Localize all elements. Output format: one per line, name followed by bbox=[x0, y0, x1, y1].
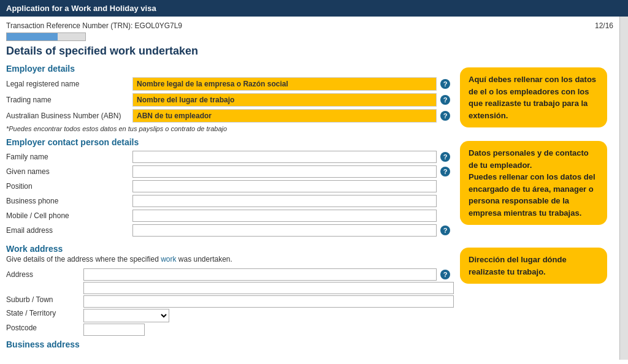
legal-name-label: Legal registered name bbox=[6, 80, 129, 88]
address-row: Address ? bbox=[6, 268, 454, 281]
email-input[interactable] bbox=[132, 224, 437, 237]
mobile-phone-input[interactable] bbox=[132, 210, 437, 222]
work-address-section: Work address Give details of the address… bbox=[6, 244, 613, 349]
trading-name-label: Trading name bbox=[6, 96, 129, 104]
trn-label: Transaction Reference Number (TRN): EGOL… bbox=[6, 21, 182, 30]
state-row: State / Territory ACT NSW NT QLD SA TAS … bbox=[6, 309, 454, 322]
employer-left: Employer details Legal registered name N… bbox=[6, 64, 454, 137]
state-select[interactable]: ACT NSW NT QLD SA TAS VIC WA bbox=[83, 309, 169, 322]
given-names-row: Given names ? bbox=[6, 165, 454, 178]
suburb-row: Suburb / Town bbox=[6, 295, 454, 308]
trn-row: Transaction Reference Number (TRN): EGOL… bbox=[6, 21, 613, 30]
business-phone-input[interactable] bbox=[132, 195, 437, 207]
work-address-title: Work address bbox=[6, 244, 454, 254]
tooltip3-container: Dirección del lugar dónde realizaste tu … bbox=[460, 244, 613, 349]
suburb-label: Suburb / Town bbox=[6, 295, 80, 308]
abn-help-icon[interactable]: ? bbox=[440, 111, 450, 121]
address-label: Address bbox=[6, 270, 80, 279]
state-label: State / Territory bbox=[6, 309, 80, 322]
position-label: Position bbox=[6, 182, 129, 191]
trading-name-help-icon[interactable]: ? bbox=[440, 95, 450, 105]
email-label: Email address bbox=[6, 226, 129, 235]
address-help-icon[interactable]: ? bbox=[440, 270, 450, 279]
tooltip3: Dirección del lugar dónde realizaste tu … bbox=[460, 248, 607, 284]
mobile-phone-label: Mobile / Cell phone bbox=[6, 211, 129, 220]
given-names-label: Given names bbox=[6, 167, 129, 176]
postcode-row: Postcode bbox=[6, 324, 454, 336]
progress-bar bbox=[6, 32, 86, 41]
scrollbar[interactable] bbox=[619, 17, 628, 360]
suburb-input[interactable] bbox=[83, 295, 454, 308]
family-name-label: Family name bbox=[6, 153, 129, 161]
title-bar: Application for a Work and Holiday visa bbox=[0, 0, 628, 17]
tooltip2: Datos personales y de contacto de tu emp… bbox=[460, 141, 607, 225]
app-title: Application for a Work and Holiday visa bbox=[6, 4, 156, 13]
tooltip1: Aquí debes rellenar con los datos de el … bbox=[460, 67, 607, 127]
employer-section: Employer details Legal registered name N… bbox=[6, 64, 613, 137]
tooltip1-container: Aquí debes rellenar con los datos de el … bbox=[460, 64, 613, 137]
page-title: Details of specified work undertaken bbox=[6, 45, 613, 58]
given-names-input[interactable] bbox=[132, 165, 437, 178]
mobile-phone-row: Mobile / Cell phone bbox=[6, 210, 454, 222]
position-row: Position bbox=[6, 180, 454, 192]
trading-name-row: Trading name Nombre del lugar de trabajo… bbox=[6, 93, 454, 107]
business-address-title: Business address bbox=[6, 339, 454, 349]
family-name-help-icon[interactable]: ? bbox=[440, 152, 450, 162]
position-input[interactable] bbox=[132, 180, 437, 192]
legal-name-help-icon[interactable]: ? bbox=[440, 79, 450, 89]
abn-row: Australian Business Number (ABN) ABN de … bbox=[6, 109, 454, 123]
postcode-label: Postcode bbox=[6, 324, 80, 336]
work-address-subtitle: Give details of the address where the sp… bbox=[6, 255, 454, 264]
address-input-1[interactable] bbox=[83, 268, 437, 281]
family-name-input[interactable] bbox=[132, 151, 437, 163]
contact-section-title: Employer contact person details bbox=[6, 137, 454, 147]
tooltip2-container: Datos personales y de contacto de tu emp… bbox=[460, 137, 613, 239]
contact-left: Employer contact person details Family n… bbox=[6, 137, 454, 239]
address-line2-row bbox=[6, 282, 454, 294]
trading-name-input[interactable]: Nombre del lugar de trabajo bbox=[132, 93, 437, 107]
email-row: Email address ? bbox=[6, 224, 454, 237]
business-phone-row: Business phone bbox=[6, 195, 454, 207]
email-help-icon[interactable]: ? bbox=[440, 226, 450, 235]
page-progress: 12/16 bbox=[595, 21, 613, 30]
family-name-row: Family name ? bbox=[6, 151, 454, 163]
progress-fill bbox=[7, 33, 58, 40]
postcode-input[interactable] bbox=[83, 324, 145, 336]
content-area: Transaction Reference Number (TRN): EGOL… bbox=[0, 17, 619, 360]
business-phone-label: Business phone bbox=[6, 197, 129, 205]
legal-name-row: Legal registered name Nombre legal de la… bbox=[6, 77, 454, 91]
contact-section: Employer contact person details Family n… bbox=[6, 137, 613, 239]
employer-section-title: Employer details bbox=[6, 64, 454, 74]
legal-name-input[interactable]: Nombre legal de la empresa o Razón socia… bbox=[132, 77, 437, 91]
payslips-note: *Puedes encontrar todos estos datos en t… bbox=[6, 125, 454, 132]
work-addr-left: Work address Give details of the address… bbox=[6, 244, 454, 349]
abn-input[interactable]: ABN de tu empleador bbox=[132, 109, 437, 123]
abn-label: Australian Business Number (ABN) bbox=[6, 112, 129, 120]
given-names-help-icon[interactable]: ? bbox=[440, 167, 450, 176]
address-input-2[interactable] bbox=[83, 282, 454, 294]
